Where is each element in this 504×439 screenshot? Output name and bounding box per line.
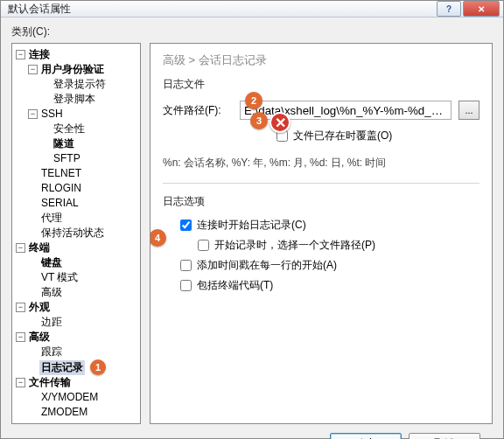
window-title: 默认会话属性 — [8, 2, 435, 17]
annotation-badge-2: 2 — [245, 92, 262, 109]
tree-item-vtmode[interactable]: VT 模式 — [28, 270, 138, 285]
tree-item-security[interactable]: 安全性 — [40, 122, 138, 136]
tree-item-login-script[interactable]: 登录脚本 — [40, 92, 138, 107]
format-hint: %n: 会话名称, %Y: 年, %m: 月, %d: 日, %t: 时间 — [163, 156, 480, 171]
tree-item-keyboard[interactable]: 键盘 — [28, 255, 138, 270]
tree-item-xymodem[interactable]: X/YMODEM — [28, 390, 138, 405]
tree-item-proxy[interactable]: 代理 — [28, 211, 138, 226]
divider — [163, 183, 480, 184]
opt-timestamp-label: 添加时间戳在每一行的开始(A) — [197, 258, 337, 273]
tree-item-auth[interactable]: −用户身份验证 — [28, 62, 138, 77]
tree-item-margin[interactable]: 边距 — [28, 315, 138, 330]
annotation-badge-3: 3 — [250, 112, 268, 129]
tree-item-appearance[interactable]: −外观 — [16, 300, 138, 315]
section-logfile: 日志文件 — [163, 77, 480, 92]
tree-item-terminal[interactable]: −终端 — [16, 240, 138, 255]
tree-item-zmodem[interactable]: ZMODEM — [28, 405, 138, 420]
category-label: 类别(C): — [11, 24, 493, 39]
dialog-buttons: 确定 取消 — [11, 424, 493, 439]
section-logopt: 日志选项 — [163, 194, 480, 209]
tree-item-ssh[interactable]: −SSH — [28, 107, 138, 122]
help-button[interactable]: ? — [437, 1, 461, 17]
annotation-badge-1: 1 — [90, 359, 106, 375]
opt-termcode-label: 包括终端代码(T) — [197, 278, 273, 293]
dialog-window: 默认会话属性 ? ✕ 类别(C): −连接 −用户身份验证 登录提示符 登录脚本 — [0, 0, 504, 439]
tree-item-sftp[interactable]: SFTP — [40, 151, 138, 166]
opt-askpath-checkbox[interactable] — [198, 240, 209, 251]
tree-item-serial[interactable]: SERIAL — [28, 196, 138, 211]
panes: −连接 −用户身份验证 登录提示符 登录脚本 −SSH — [11, 43, 493, 424]
category-tree[interactable]: −连接 −用户身份验证 登录提示符 登录脚本 −SSH — [11, 43, 141, 424]
annotation-badge-4: 4 — [150, 229, 166, 247]
titlebar[interactable]: 默认会话属性 ? ✕ — [1, 1, 503, 17]
opt-askpath-label: 开始记录时，选择一个文件路径(P) — [214, 238, 375, 253]
filepath-label: 文件路径(F): — [163, 103, 233, 118]
settings-panel: 高级 > 会话日志记录 日志文件 文件路径(F): ... 文件已存在时覆盖(O… — [150, 43, 493, 424]
tree-item-term-adv[interactable]: 高级 — [28, 285, 138, 300]
opt-start-label: 连接时开始日志记录(C) — [197, 218, 306, 233]
breadcrumb: 高级 > 会话日志记录 — [163, 52, 480, 68]
tree-item-keepalive[interactable]: 保持活动状态 — [28, 226, 138, 240]
tree-item-login-prompt[interactable]: 登录提示符 — [40, 77, 138, 92]
ok-button[interactable]: 确定 — [330, 433, 402, 439]
tree-item-file-transfer[interactable]: −文件传输 — [16, 375, 138, 390]
tree-item-connection[interactable]: −连接 — [16, 47, 138, 62]
content-area: 类别(C): −连接 −用户身份验证 登录提示符 登录脚本 — [1, 17, 503, 439]
overwrite-label: 文件已存在时覆盖(O) — [293, 129, 392, 143]
tree-item-tunnel[interactable]: 隧道 — [40, 136, 138, 151]
opt-start-checkbox[interactable] — [180, 220, 192, 231]
browse-button[interactable]: ... — [458, 101, 480, 120]
tree-item-telnet[interactable]: TELNET — [28, 166, 138, 181]
cancel-button[interactable]: 取消 — [409, 433, 480, 439]
tree-item-trace[interactable]: 跟踪 — [28, 345, 138, 359]
error-icon: ✕ — [270, 112, 290, 133]
tree-item-advanced[interactable]: −高级 — [16, 330, 138, 345]
close-button[interactable]: ✕ — [463, 1, 500, 17]
tree-item-rlogin[interactable]: RLOGIN — [28, 181, 138, 196]
tree-item-logging[interactable]: 日志记录1 — [28, 359, 138, 375]
opt-timestamp-checkbox[interactable] — [180, 260, 192, 271]
opt-termcode-checkbox[interactable] — [180, 280, 192, 291]
